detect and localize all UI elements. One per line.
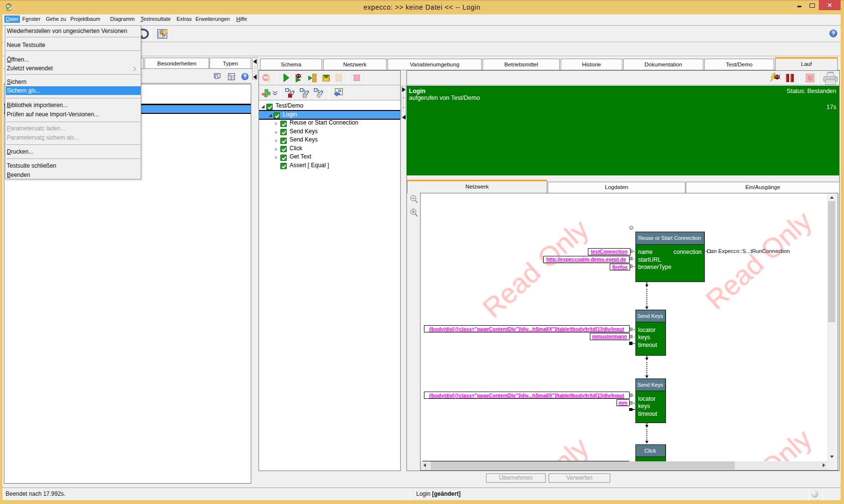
svg-text:?: ? [291,89,294,96]
svg-text:?: ? [306,89,309,96]
svg-text:?: ? [320,89,323,96]
svg-text:?: ? [832,31,835,36]
svg-text:?: ? [243,74,247,79]
